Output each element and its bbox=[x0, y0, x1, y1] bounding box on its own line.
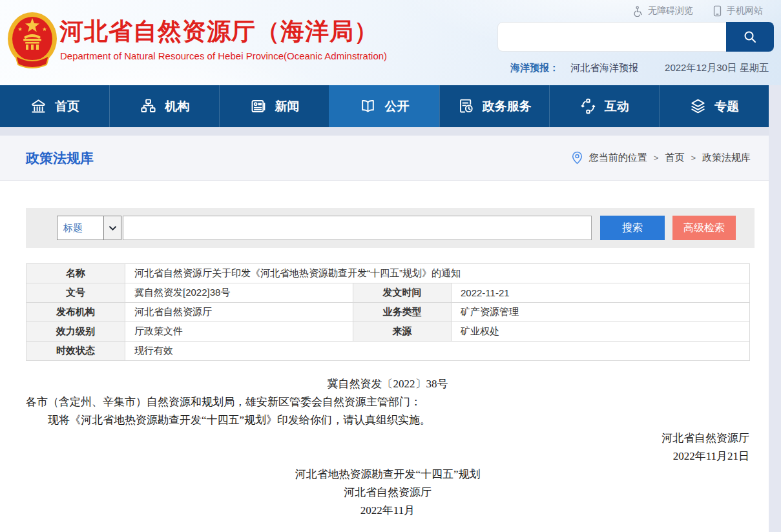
search-field-select[interactable]: 标题 bbox=[57, 216, 121, 240]
meta-value-status: 现行有效 bbox=[125, 342, 750, 361]
home-icon bbox=[30, 97, 47, 115]
forecast-link[interactable]: 河北省海洋预报 bbox=[570, 62, 638, 74]
header-search-box bbox=[497, 22, 774, 52]
nav-item-services[interactable]: 政务服务 bbox=[439, 85, 549, 127]
nav-item-topics[interactable]: 专题 bbox=[659, 85, 769, 127]
current-date: 2022年12月30日 星期五 bbox=[665, 62, 769, 74]
mobile-site-link[interactable]: 手机网站 bbox=[713, 5, 763, 17]
document-meta-table: 名称 河北省自然资源厅关于印发《河北省地热资源勘查开发“十四五”规划》的通知 文… bbox=[26, 263, 750, 361]
doc-line-main: 现将《河北省地热资源勘查开发“十四五”规划》印发给你们，请认真组织实施。 bbox=[26, 411, 749, 429]
law-search-panel: 标题 搜索 高级检索 bbox=[26, 208, 755, 248]
nav-item-interact[interactable]: 互动 bbox=[549, 85, 659, 127]
main-content: 标题 搜索 高级检索 名称 河北省自然资源厅关于印发《河北省地热资源勘查开发“十… bbox=[0, 181, 769, 532]
wheelchair-icon bbox=[632, 6, 643, 17]
doc-line-signature-org: 河北省自然资源厅 bbox=[26, 429, 749, 447]
chevron-down-icon bbox=[109, 225, 117, 231]
meta-value-publisher: 河北省自然资源厅 bbox=[125, 303, 353, 322]
layers-icon bbox=[689, 97, 707, 115]
doc-line-docnumber: 冀自然资发〔2022〕38号 bbox=[26, 375, 749, 393]
table-row: 名称 河北省自然资源厅关于印发《河北省地热资源勘查开发“十四五”规划》的通知 bbox=[26, 264, 750, 283]
breadcrumb-item-home[interactable]: 首页 bbox=[665, 152, 684, 164]
main-nav: 首页 机构 新闻 公开 政务服务 bbox=[0, 85, 769, 127]
nav-label: 互动 bbox=[605, 98, 629, 115]
table-row: 效力级别 厅政策文件 来源 矿业权处 bbox=[26, 322, 750, 342]
doc-line-plan-title: 河北省地热资源勘查开发“十四五”规划 bbox=[26, 466, 749, 484]
meta-label: 时效状态 bbox=[26, 342, 125, 361]
breadcrumb-separator: > bbox=[654, 153, 659, 163]
doc-clock-icon bbox=[457, 97, 475, 115]
page-title: 政策法规库 bbox=[26, 149, 94, 167]
accessibility-label: 无障碍浏览 bbox=[648, 5, 693, 17]
meta-label: 名称 bbox=[26, 264, 125, 283]
nav-item-news[interactable]: 新闻 bbox=[219, 85, 329, 127]
table-row: 发布机构 河北省自然资源厅 业务类型 矿产资源管理 bbox=[26, 303, 750, 322]
breadcrumb: 您当前的位置 > 首页 > 政策法规库 bbox=[572, 151, 751, 165]
meta-label: 业务类型 bbox=[353, 303, 452, 322]
mobile-phone-icon bbox=[713, 5, 722, 17]
search-field-selected-value: 标题 bbox=[63, 222, 83, 234]
meta-value-docnumber: 冀自然资发[2022]38号 bbox=[125, 283, 353, 303]
forecast-row: 海洋预报： 河北省海洋预报 2022年12月30日 星期五 bbox=[510, 62, 769, 74]
nav-item-home[interactable]: 首页 bbox=[0, 85, 109, 127]
nav-label: 公开 bbox=[384, 98, 409, 115]
nav-label: 机构 bbox=[165, 98, 189, 115]
doc-line-plan-date: 2022年11月 bbox=[26, 502, 749, 520]
header-search-button[interactable] bbox=[726, 22, 774, 52]
magnifier-icon bbox=[743, 30, 757, 44]
meta-label: 发布机构 bbox=[26, 303, 125, 322]
nav-label: 政务服务 bbox=[483, 98, 532, 115]
breadcrumb-item-current[interactable]: 政策法规库 bbox=[702, 152, 751, 164]
document-body: 冀自然资发〔2022〕38号 各市（含定州、辛集市）自然资源和规划局，雄安新区管… bbox=[26, 375, 749, 520]
meta-value-issue-date: 2022-11-21 bbox=[452, 283, 750, 303]
nav-item-org[interactable]: 机构 bbox=[109, 85, 219, 127]
meta-value-level: 厅政策文件 bbox=[125, 322, 353, 342]
site-title: 河北省自然资源厅（海洋局） bbox=[59, 15, 379, 48]
location-pin-icon bbox=[572, 151, 583, 165]
accessibility-link[interactable]: 无障碍浏览 bbox=[632, 5, 693, 17]
header-search-input[interactable] bbox=[498, 23, 724, 51]
nav-label: 专题 bbox=[714, 98, 739, 115]
nav-label: 新闻 bbox=[275, 98, 299, 115]
breadcrumb-band: 政策法规库 您当前的位置 > 首页 > 政策法规库 bbox=[0, 136, 769, 181]
meta-label: 效力级别 bbox=[26, 322, 125, 342]
breadcrumb-location-label: 您当前的位置 bbox=[589, 152, 647, 164]
news-icon bbox=[249, 97, 267, 115]
nav-item-public[interactable]: 公开 bbox=[329, 85, 439, 127]
search-button[interactable]: 搜索 bbox=[600, 216, 665, 240]
meta-value-source: 矿业权处 bbox=[452, 322, 750, 342]
meta-label: 文号 bbox=[26, 283, 125, 303]
doc-line-addressees: 各市（含定州、辛集市）自然资源和规划局，雄安新区管委会自然资源主管部门： bbox=[26, 393, 749, 411]
table-row: 时效状态 现行有效 bbox=[26, 342, 750, 361]
top-utility-links: 无障碍浏览 手机网站 bbox=[632, 5, 763, 17]
forecast-label: 海洋预报： bbox=[510, 62, 559, 74]
meta-label: 来源 bbox=[353, 322, 452, 342]
meta-value-category: 矿产资源管理 bbox=[452, 303, 750, 322]
table-row: 文号 冀自然资发[2022]38号 发文时间 2022-11-21 bbox=[26, 283, 750, 303]
breadcrumb-separator: > bbox=[691, 153, 696, 163]
nav-label: 首页 bbox=[55, 98, 79, 115]
meta-value-name: 河北省自然资源厅关于印发《河北省地热资源勘查开发“十四五”规划》的通知 bbox=[125, 264, 750, 283]
doc-line-plan-org: 河北省自然资源厅 bbox=[26, 484, 749, 502]
doc-line-signature-date: 2022年11月21日 bbox=[26, 447, 749, 466]
national-emblem-logo bbox=[6, 10, 58, 70]
select-arrow-box[interactable] bbox=[103, 216, 121, 240]
meta-label: 发文时间 bbox=[353, 283, 452, 303]
law-search-input[interactable] bbox=[123, 216, 592, 240]
site-header: 河北省自然资源厅（海洋局） Department of Natural Reso… bbox=[0, 0, 781, 85]
mobile-site-label: 手机网站 bbox=[727, 5, 763, 17]
site-subtitle: Department of Natural Resources of Hebei… bbox=[60, 50, 387, 61]
advanced-search-button[interactable]: 高级检索 bbox=[672, 216, 736, 240]
org-icon bbox=[140, 97, 157, 115]
cycle-icon bbox=[579, 97, 597, 115]
gap-strip bbox=[0, 127, 769, 136]
open-book-icon bbox=[359, 97, 377, 115]
